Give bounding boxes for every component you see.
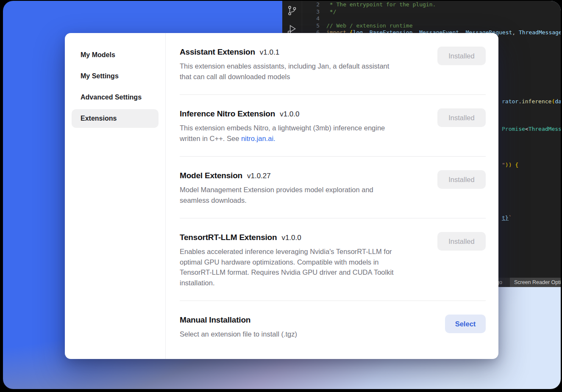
code-lines: 2 * The entrypoint for the plugin.3 */45… — [282, 1, 561, 36]
extension-title: Model Extension — [180, 171, 242, 180]
extension-title: Manual Installation — [180, 315, 250, 325]
code-fragment: ")) { — [502, 162, 518, 169]
extension-action-button[interactable]: Select — [445, 315, 486, 333]
extension-title: Assistant Extension — [180, 47, 255, 57]
extension-description: Select an extension file to install (.tg… — [180, 329, 428, 340]
extension-description: Model Management Extension provides mode… — [180, 185, 428, 205]
extension-action-button[interactable]: Installed — [437, 47, 486, 65]
extension-action-button[interactable]: Installed — [437, 170, 486, 189]
extension-version: v1.0.1 — [260, 48, 279, 57]
status-bar-screen-reader-label[interactable]: Screen Reader Optimized — [510, 278, 561, 287]
extension-row: Model Extension v1.0.27 Model Management… — [180, 157, 486, 218]
sidebar-item-advanced-settings[interactable]: Advanced Settings — [72, 88, 159, 107]
app-window: 2 * The entrypoint for the plugin.3 */45… — [3, 1, 561, 389]
code-fragment: t}` — [502, 215, 512, 222]
line-number: 4 — [282, 15, 326, 22]
code-fragment: Promise<ThreadMessage> — [502, 126, 561, 133]
extension-title: Inference Nitro Extension — [180, 109, 275, 119]
extension-title: TensortRT-LLM Extension — [180, 233, 277, 242]
extension-row: Manual Installation Select an extension … — [180, 301, 486, 352]
extension-description: Enables accelerated inference leveraging… — [180, 246, 428, 288]
settings-modal: My Models My Settings Advanced Settings … — [65, 33, 498, 359]
extension-header: Manual Installation — [180, 315, 486, 325]
extension-version: v1.0.0 — [280, 110, 299, 119]
extension-description: This extension enables assistants, inclu… — [180, 61, 428, 82]
extension-row: Assistant Extension v1.0.1 This extensio… — [180, 33, 486, 95]
extension-row: Inference Nitro Extension v1.0.0 This ex… — [180, 95, 486, 157]
extension-version: v1.0.27 — [247, 172, 271, 180]
extension-description: This extension embeds Nitro, a lightweig… — [180, 123, 428, 144]
extension-version: v1.0.0 — [281, 234, 301, 242]
line-number: 5 — [282, 22, 326, 30]
line-number: 2 — [282, 1, 326, 8]
settings-sidebar: My Models My Settings Advanced Settings … — [65, 33, 166, 359]
line-number: 3 — [282, 8, 326, 16]
code-fragment: rator.inference(data)); — [502, 98, 561, 105]
extension-row: TensortRT-LLM Extension v1.0.0 Enables a… — [180, 218, 486, 301]
sidebar-item-extensions[interactable]: Extensions — [72, 109, 159, 128]
extension-link[interactable]: nitro.jan.ai. — [241, 135, 275, 142]
extension-action-button[interactable]: Installed — [437, 108, 486, 127]
extension-action-button[interactable]: Installed — [437, 232, 486, 251]
sidebar-item-my-models[interactable]: My Models — [72, 46, 159, 64]
extensions-list: Assistant Extension v1.0.1 This extensio… — [166, 33, 498, 359]
sidebar-item-my-settings[interactable]: My Settings — [72, 67, 159, 86]
